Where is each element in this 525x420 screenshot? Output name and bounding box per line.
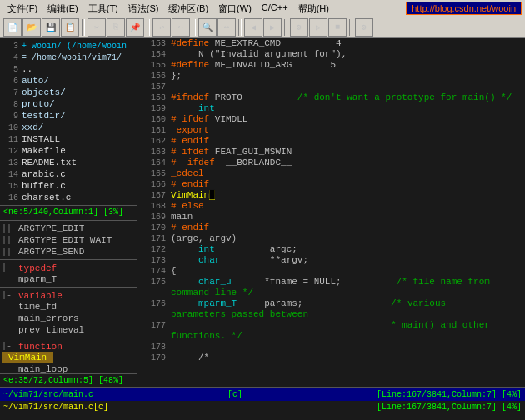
file-list: 3+ wooin/ (/home/wooin 4= /home/wooin/vi…	[0, 38, 137, 205]
right-panel[interactable]: 153 #define ME_EXTRA_CMD 4 154 N_("Inval…	[138, 38, 525, 387]
code-line-157: 157	[138, 82, 525, 92]
redo-button[interactable]: ↪	[172, 18, 190, 37]
paste-button[interactable]: 📌	[126, 18, 144, 37]
build-button[interactable]: ⚙	[290, 18, 308, 37]
file-item-7[interactable]: 7objects/	[0, 87, 137, 98]
function-label: function	[12, 340, 69, 352]
status-line-2: ~/vim71/src/main.c[c] [Line:167/3841,Col…	[0, 401, 525, 412]
saveas-button[interactable]: 📋	[61, 18, 79, 37]
toolbar: 📄 📂 💾 📋 ✂ ⎘ 📌 ↩ ↪ 🔍 ↔ ◀ ▶ ⚙ ▷ ■ ⚙	[0, 17, 525, 38]
status-path: ~/vim71/src/main.c	[3, 390, 93, 399]
stop-button[interactable]: ■	[328, 18, 347, 37]
menubar: 文件(F) 编辑(E) 工具(T) 语法(S) 缓冲区(B) 窗口(W) C/C…	[0, 0, 525, 17]
left-panel: 3+ wooin/ (/home/wooin 4= /home/wooin/vi…	[0, 38, 138, 387]
file-item-9[interactable]: 9testdir/	[0, 110, 137, 122]
outline-section: || ARGTYPE_EDIT || ARGTYPE_EDIT_WAIT || …	[0, 218, 137, 373]
status-line-1: ~/vim71/src/main.c [c] [Line:167/3841,Co…	[0, 388, 525, 401]
code-line-174: 174 {	[138, 266, 525, 277]
find-button[interactable]: 🔍	[198, 18, 217, 37]
url-bar: http://blog.csdn.net/wooin	[406, 2, 522, 15]
outline-argtype-edit[interactable]: ARGTYPE_EDIT	[12, 222, 91, 234]
cut-button[interactable]: ✂	[88, 18, 106, 37]
outline-divider-4	[0, 338, 137, 338]
code-line-177b: functions. */	[138, 331, 525, 342]
file-item-6[interactable]: 6auto/	[0, 75, 137, 87]
undo-button[interactable]: ↩	[152, 18, 171, 37]
code-line-166: 166 # endif	[138, 179, 525, 190]
code-line-160: 160 # ifdef VIMDLL	[138, 114, 525, 125]
file-item-16[interactable]: 16charset.c	[0, 192, 137, 203]
file-item-12[interactable]: 12Makefile	[0, 145, 137, 157]
outline-vimmain[interactable]: VimMain	[2, 352, 53, 363]
status-position: [Line:167/3841,Column:7] [4%]	[377, 390, 522, 399]
copy-button[interactable]: ⎘	[107, 18, 125, 37]
outline-divider-2	[0, 259, 137, 260]
file-item-15[interactable]: 15buffer.c	[0, 180, 137, 192]
outline-mparm[interactable]: mparm_T	[2, 273, 63, 285]
outline-prev-timeval[interactable]: prev_timeval	[2, 324, 91, 336]
menu-edit[interactable]: 编辑(E)	[43, 2, 82, 16]
menu-file[interactable]: 文件(F)	[3, 2, 42, 16]
menu-window[interactable]: 窗口(W)	[214, 2, 256, 16]
code-line-155: 155 #define ME_INVALID_ARG 5	[138, 60, 525, 71]
toolbar-separator-5	[284, 19, 288, 36]
menu-items: 文件(F) 编辑(E) 工具(T) 语法(S) 缓冲区(B) 窗口(W) C/C…	[3, 2, 333, 16]
code-line-176b: parameters passed between	[138, 309, 525, 320]
status-command: ~/vim71/src/main.c[c]	[3, 402, 108, 412]
toolbar-separator-4	[238, 19, 242, 36]
new-button[interactable]: 📄	[3, 18, 22, 37]
outline-main-loop[interactable]: main_loop	[2, 363, 74, 373]
file-item-4[interactable]: 4= /home/wooin/vim71/	[0, 52, 137, 63]
file-item-11[interactable]: 11INSTALL	[0, 133, 137, 145]
outline-divider-3	[0, 287, 137, 288]
code-line-168: 168 # else	[138, 201, 525, 212]
menu-tools[interactable]: 工具(T)	[84, 2, 122, 16]
replace-button[interactable]: ↔	[218, 18, 236, 37]
main-area: 3+ wooin/ (/home/wooin 4= /home/wooin/vi…	[0, 38, 525, 387]
outline-main-errors[interactable]: main_errors	[2, 312, 86, 324]
code-line-177: 177 * main() and other	[138, 320, 525, 331]
outline-time-fd[interactable]: time_fd	[2, 301, 63, 312]
code-view[interactable]: 153 #define ME_EXTRA_CMD 4 154 N_("Inval…	[138, 38, 525, 387]
save-button[interactable]: 💾	[42, 18, 60, 37]
code-line-164: 164 # ifdef __BORLANDC__	[138, 158, 525, 168]
forward-button[interactable]: ▶	[263, 18, 282, 37]
menu-syntax[interactable]: 语法(S)	[124, 2, 163, 16]
menu-buffer[interactable]: 缓冲区(B)	[164, 2, 212, 16]
status-info: [Line:167/3841,Column:7] [4%]	[377, 402, 522, 412]
code-line-167: 167 VimMain█	[138, 190, 525, 201]
code-line-170: 170 # endif	[138, 222, 525, 233]
code-line-156: 156 };	[138, 71, 525, 82]
file-item-8[interactable]: 8proto/	[0, 98, 137, 110]
code-line-159: 159 int	[138, 103, 525, 114]
file-item-14[interactable]: 14arabic.c	[0, 168, 137, 180]
outline-divider-1	[0, 220, 137, 221]
outline-argtype-send[interactable]: ARGTYPE_SEND	[12, 246, 91, 258]
file-item-13[interactable]: 13README.txt	[0, 157, 137, 168]
status-bottom: ~/vim71/src/main.c [c] [Line:167/3841,Co…	[0, 387, 525, 420]
open-button[interactable]: 📂	[22, 18, 41, 37]
file-item-10[interactable]: 10xxd/	[0, 122, 137, 133]
code-line-153: 153 #define ME_EXTRA_CMD 4	[138, 38, 525, 49]
outline-argtype-edit-wait[interactable]: ARGTYPE_EDIT_WAIT	[12, 234, 118, 246]
code-line-158: 158 #ifndef PROTO /* don't want a protot…	[138, 92, 525, 103]
toolbar-separator-2	[147, 19, 150, 36]
back-button[interactable]: ◀	[244, 18, 262, 37]
code-line-154: 154 N_("Invalid argument for"),	[138, 49, 525, 60]
toolbar-separator-6	[349, 19, 352, 36]
code-line-165: 165 _cdecl	[138, 168, 525, 179]
file-item-5[interactable]: 5..	[0, 63, 137, 75]
file-item-3[interactable]: 3+ wooin/ (/home/wooin	[0, 40, 137, 52]
typedef-label: typedef	[12, 262, 63, 273]
menu-cpp[interactable]: C/C++	[258, 2, 292, 16]
code-line-169: 169 main	[138, 212, 525, 222]
left-file-status: <ne:5/140,Column:1] [3%]	[0, 205, 137, 218]
code-line-161: 161 _export	[138, 125, 525, 136]
code-line-173: 173 char **argv;	[138, 255, 525, 266]
settings-button[interactable]: ⚙	[355, 18, 373, 37]
menu-help[interactable]: 帮助(H)	[294, 2, 333, 16]
code-line-163: 163 # ifdef FEAT_GUI_MSWIN	[138, 147, 525, 158]
code-line-172: 172 int argc;	[138, 244, 525, 255]
run-button[interactable]: ▷	[309, 18, 328, 37]
code-line-171: 171 (argc, argv)	[138, 233, 525, 244]
